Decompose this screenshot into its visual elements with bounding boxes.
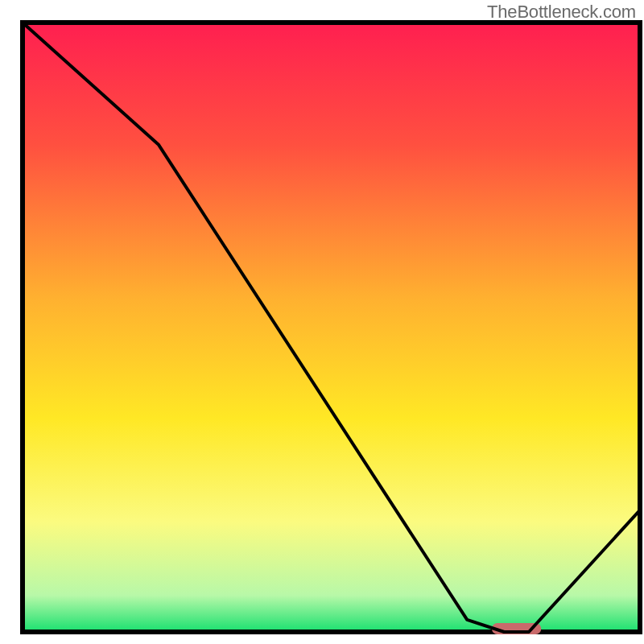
bottleneck-chart xyxy=(0,0,644,644)
gradient-background xyxy=(23,23,640,632)
plot-area xyxy=(23,23,640,634)
attribution-text: TheBottleneck.com xyxy=(487,2,636,23)
chart-container: TheBottleneck.com xyxy=(0,0,644,644)
